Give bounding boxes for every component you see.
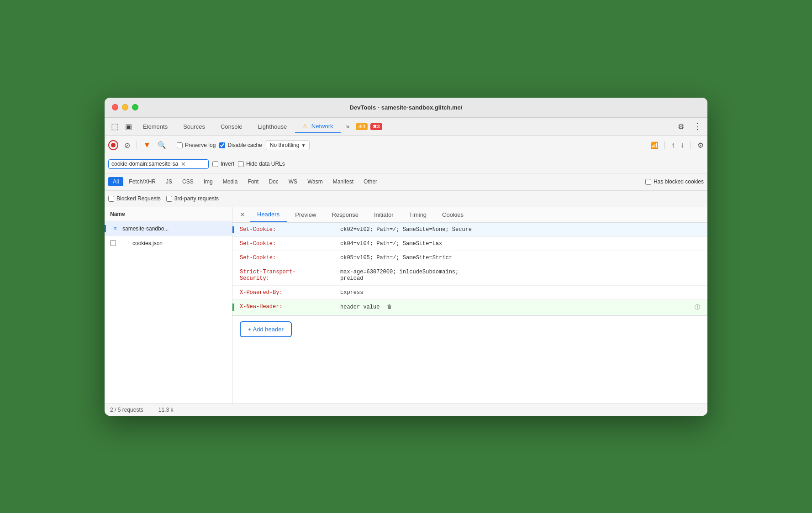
detail-close-button[interactable]: ✕ [236,209,249,220]
detail-panel: ✕ Headers Preview Response Initiator Tim… [232,207,707,403]
tab-console[interactable]: Console [213,120,250,133]
header-row-set-cookie-1: Set-Cookie: ck02=vl02; Path=/; SameSite=… [232,223,707,237]
header-value-set-cookie-2: ck04=vl04; Path=/; SameSite=Lax [340,241,700,247]
detail-tab-initiator[interactable]: Initiator [367,208,401,222]
type-filter-css[interactable]: CSS [178,177,198,186]
header-value-set-cookie-3: ck05=vl05; Path=/; SameSite=Strict [340,255,700,261]
header-row-x-new-header: X-New-Header: header value 🗑 ⓘ [232,300,707,315]
detail-tab-timing[interactable]: Timing [402,208,434,222]
main-content: Name ≡ samesite-sandbo... cookies.json ✕… [105,207,707,403]
header-row-x-powered-by: X-Powered-By: Express [232,286,707,300]
close-button[interactable] [112,104,118,110]
detail-tab-cookies[interactable]: Cookies [435,208,471,222]
type-filter-all[interactable]: All [108,177,123,186]
file-item-samesite[interactable]: ≡ samesite-sandbo... [105,221,232,236]
has-blocked-cookies-checkbox[interactable] [645,179,651,185]
network-settings-icon[interactable]: ⚙ [697,141,704,150]
mobile-icon[interactable]: ▣ [122,120,135,133]
error-badge: ✖ 3 [370,123,382,130]
header-name-set-cookie-3: Set-Cookie: [240,255,340,261]
third-party-checkbox[interactable] [166,196,172,202]
has-blocked-cookies-label[interactable]: Has blocked cookies [645,178,704,185]
type-filter-other[interactable]: Other [359,177,382,186]
devtools-more-button[interactable]: ⋮ [691,120,704,133]
header-name-x-new-header: X-New-Header: [240,304,340,310]
hide-data-urls-checkbox[interactable] [238,161,244,167]
header-row-strict-transport: Strict-Transport- Security: max-age=6307… [232,265,707,286]
warning-badge: ⚠ 1 [356,123,368,130]
throttle-select[interactable]: No throttling ▼ [266,140,310,150]
header-name-x-powered-by: X-Powered-By: [240,289,340,296]
download-icon[interactable]: ↓ [680,141,684,149]
add-header-button[interactable]: + Add header [240,321,292,337]
file-checkbox[interactable] [110,240,116,246]
header-value-x-new-header: header value 🗑 [340,304,695,310]
requests-count: 2 / 5 requests [110,407,143,413]
filter-button[interactable]: ▼ [142,140,153,151]
extra-filter-bar: Blocked Requests 3rd-party requests [105,191,707,207]
record-button[interactable] [108,140,118,150]
more-tabs-button[interactable]: » [343,120,353,133]
tab-sources[interactable]: Sources [176,120,212,133]
file-item-cookies[interactable]: cookies.json [105,236,232,251]
divider-2 [172,141,172,149]
blocked-requests-checkbox[interactable] [108,196,114,202]
upload-icon[interactable]: ↑ [671,141,675,149]
header-value-strict-transport: max-age=63072000; inlcudeSubdomains; pre… [340,269,700,282]
divider-3 [664,141,665,149]
divider-4 [691,141,691,149]
type-filter-js[interactable]: JS [161,177,177,186]
traffic-lights [112,104,138,110]
type-filter-ws[interactable]: WS [284,177,302,186]
detail-tab-response[interactable]: Response [324,208,366,222]
detail-tabs: ✕ Headers Preview Response Initiator Tim… [232,207,707,223]
delete-header-icon[interactable]: 🗑 [387,304,392,310]
warning-icon: ⚠ [302,123,308,130]
detail-tab-headers[interactable]: Headers [250,207,287,222]
devtools-settings-button[interactable]: ⚙ [675,120,687,133]
header-row-set-cookie-2: Set-Cookie: ck04=vl04; Path=/; SameSite=… [232,237,707,251]
file-list: Name ≡ samesite-sandbo... cookies.json [105,207,232,403]
cursor-icon[interactable]: ⬚ [108,120,121,133]
tab-elements[interactable]: Elements [136,120,175,133]
type-filter-media[interactable]: Media [218,177,243,186]
type-filter-wasm[interactable]: Wasm [303,177,327,186]
window-title: DevTools - samesite-sandbox.glitch.me/ [350,104,463,111]
header-value-x-powered-by: Express [340,289,700,296]
hide-data-urls-label[interactable]: Hide data URLs [238,161,285,167]
record-icon [111,143,116,147]
preserve-log-checkbox[interactable] [177,142,183,148]
filter-input-bar: ✕ Invert Hide data URLs [105,155,707,173]
file-json-icon [121,240,129,247]
blocked-requests-label[interactable]: Blocked Requests [108,195,161,202]
type-filter-img[interactable]: Img [199,177,217,186]
type-filter-doc[interactable]: Doc [264,177,283,186]
clear-button[interactable]: ⊘ [122,140,132,150]
header-name-set-cookie-1: Set-Cookie: [240,226,340,233]
header-name-strict-transport: Strict-Transport- Security: [240,269,340,282]
invert-label[interactable]: Invert [212,161,234,167]
filter-input[interactable] [111,161,180,167]
invert-checkbox[interactable] [212,161,218,167]
maximize-button[interactable] [132,104,138,110]
info-icon[interactable]: ⓘ [695,304,700,311]
disable-cache-checkbox[interactable] [219,142,225,148]
search-button[interactable]: 🔍 [156,140,167,151]
disable-cache-label[interactable]: Disable cache [219,142,262,148]
detail-tab-preview[interactable]: Preview [288,208,323,222]
third-party-label[interactable]: 3rd-party requests [166,195,219,202]
tab-network[interactable]: ⚠ Network [295,120,340,133]
type-filter-manifest[interactable]: Manifest [328,177,358,186]
type-filter-font[interactable]: Font [243,177,263,186]
wifi-icon[interactable]: 📶 [650,141,658,149]
tab-lighthouse[interactable]: Lighthouse [251,120,295,133]
devtools-window: DevTools - samesite-sandbox.glitch.me/ ⬚… [105,98,707,416]
minimize-button[interactable] [122,104,128,110]
headers-content: Set-Cookie: ck02=vl02; Path=/; SameSite=… [232,223,707,403]
type-filter-fetch-xhr[interactable]: Fetch/XHR [124,177,160,186]
selected-indicator [105,225,106,232]
preserve-log-label[interactable]: Preserve log [177,142,216,148]
divider-1 [137,141,137,149]
filter-clear-button[interactable]: ✕ [180,161,187,168]
warning-icon-sm: ⚠ [358,124,363,130]
